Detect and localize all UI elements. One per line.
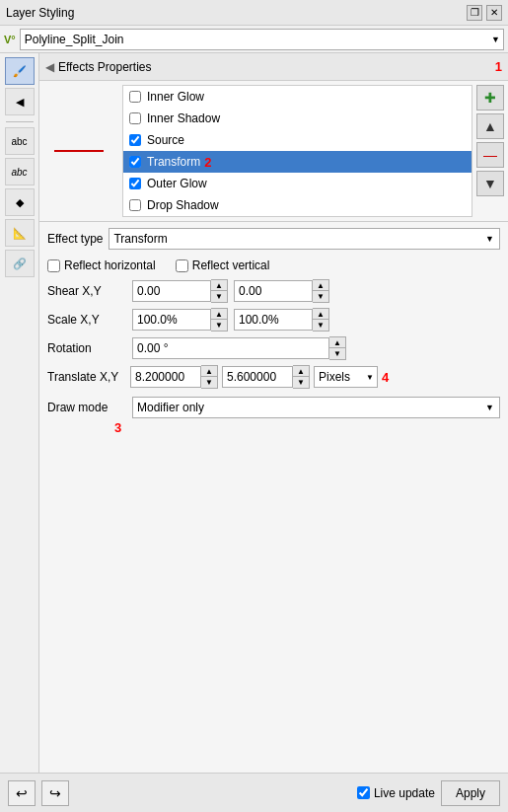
sidebar-btn-abc-lower[interactable]: abc bbox=[5, 158, 35, 185]
live-update-checkbox[interactable] bbox=[357, 786, 370, 799]
scale-y-input[interactable] bbox=[234, 309, 313, 331]
sidebar-btn-ruler[interactable]: 📐 bbox=[5, 219, 35, 247]
reflect-h-checkbox[interactable] bbox=[47, 259, 60, 272]
shear-x-spinner: ▲ ▼ bbox=[211, 279, 228, 303]
effect-checkbox-drop-shadow[interactable] bbox=[129, 199, 141, 211]
scale-row: Scale X,Y ▲ ▼ ▲ ▼ bbox=[47, 308, 500, 332]
translate-x-up[interactable]: ▲ bbox=[201, 366, 217, 377]
scale-y-down[interactable]: ▼ bbox=[313, 320, 328, 331]
shear-x-input[interactable] bbox=[132, 280, 211, 302]
left-sidebar: 🖌️ ◀ abc abc ◆ 📐 🔗 bbox=[0, 53, 39, 773]
effect-checkbox-inner-shadow[interactable] bbox=[129, 112, 141, 124]
annotation-4: 4 bbox=[382, 370, 389, 385]
live-update-label: Live update bbox=[374, 786, 435, 800]
translate-y-up[interactable]: ▲ bbox=[293, 366, 309, 377]
rotation-input[interactable] bbox=[132, 337, 329, 359]
undo-button[interactable]: ↩ bbox=[8, 780, 36, 806]
effect-item-outer-glow[interactable]: Outer Glow bbox=[123, 173, 472, 194]
effect-type-select[interactable]: Transform Inner Glow Inner Shadow Source… bbox=[109, 228, 500, 250]
shear-x-up[interactable]: ▲ bbox=[211, 280, 227, 291]
preview-line bbox=[54, 150, 104, 152]
scale-x-spinner: ▲ ▼ bbox=[211, 308, 228, 332]
layer-icon: V° bbox=[4, 34, 16, 45]
sidebar-btn-paintbrush[interactable]: 🖌️ bbox=[5, 57, 35, 85]
effect-type-row: Effect type Transform Inner Glow Inner S… bbox=[47, 228, 500, 250]
scale-y-group: ▲ ▼ bbox=[234, 308, 329, 332]
properties-section: Effect type Transform Inner Glow Inner S… bbox=[39, 222, 508, 425]
effect-item-inner-glow[interactable]: Inner Glow bbox=[123, 86, 472, 108]
draw-mode-row: Draw mode Modifier only Render and Modif… bbox=[47, 396, 500, 419]
effect-checkbox-outer-glow[interactable] bbox=[129, 178, 141, 189]
effect-type-label: Effect type bbox=[47, 232, 103, 246]
scale-y-up[interactable]: ▲ bbox=[313, 309, 328, 320]
sidebar-btn-abc-upper[interactable]: abc bbox=[5, 127, 35, 155]
shear-y-group: ▲ ▼ bbox=[234, 279, 329, 303]
layer-dropdown-row: V° Polyline_Split_Join bbox=[0, 26, 508, 53]
preview-area bbox=[39, 81, 118, 221]
sidebar-btn-symbol[interactable]: ◆ bbox=[5, 188, 35, 216]
back-icon[interactable]: ◀ bbox=[45, 60, 54, 74]
sidebar-btn-link[interactable]: 🔗 bbox=[5, 250, 35, 277]
rotation-label: Rotation bbox=[47, 341, 126, 355]
effects-list[interactable]: Inner Glow Inner Shadow Source Transform… bbox=[122, 85, 472, 217]
effects-header: ◀ Effects Properties 1 bbox=[39, 53, 508, 81]
restore-button[interactable]: ❐ bbox=[467, 5, 482, 21]
shear-row: Shear X,Y ▲ ▼ ▲ ▼ bbox=[47, 279, 500, 303]
draw-mode-select[interactable]: Modifier only Render and Modify Render o… bbox=[132, 397, 500, 418]
shear-x-down[interactable]: ▼ bbox=[211, 291, 227, 302]
redo-button[interactable]: ↪ bbox=[41, 780, 69, 806]
reflect-v-checkbox[interactable] bbox=[176, 259, 188, 272]
rotation-up[interactable]: ▲ bbox=[329, 337, 345, 348]
main-layout: 🖌️ ◀ abc abc ◆ 📐 🔗 ◀ Effects Properties … bbox=[0, 53, 508, 773]
sidebar-btn-back[interactable]: ◀ bbox=[5, 88, 35, 115]
rotation-spinner: ▲ ▼ bbox=[329, 336, 346, 360]
close-button[interactable]: ✕ bbox=[486, 5, 502, 21]
scale-label: Scale X,Y bbox=[47, 313, 126, 327]
content-area: ◀ Effects Properties 1 Inner Glow Inner … bbox=[39, 53, 508, 773]
scale-y-spinner: ▲ ▼ bbox=[313, 308, 329, 332]
shear-y-up[interactable]: ▲ bbox=[313, 280, 328, 291]
annotation-1: 1 bbox=[495, 59, 502, 74]
scale-x-up[interactable]: ▲ bbox=[211, 309, 227, 320]
effect-label-transform: Transform bbox=[147, 155, 200, 169]
effects-panel: Inner Glow Inner Shadow Source Transform… bbox=[39, 81, 508, 222]
move-down-effect-button[interactable]: ▼ bbox=[476, 171, 504, 196]
draw-mode-label: Draw mode bbox=[47, 401, 126, 414]
rotation-row: Rotation ▲ ▼ bbox=[47, 336, 500, 360]
sidebar-separator-1 bbox=[6, 121, 34, 122]
scale-x-input[interactable] bbox=[132, 309, 211, 331]
shear-y-down[interactable]: ▼ bbox=[313, 291, 328, 302]
unit-select[interactable]: Pixels mm pt Map Units bbox=[314, 366, 378, 388]
rotation-down[interactable]: ▼ bbox=[329, 348, 345, 359]
remove-effect-button[interactable]: — bbox=[476, 142, 504, 168]
live-update-group: Live update bbox=[357, 786, 435, 800]
translate-y-input[interactable] bbox=[222, 366, 293, 388]
translate-y-down[interactable]: ▼ bbox=[293, 377, 309, 388]
shear-y-input[interactable] bbox=[234, 280, 313, 302]
translate-label: Translate X,Y bbox=[47, 370, 126, 384]
effect-label-drop-shadow: Drop Shadow bbox=[147, 198, 219, 212]
effect-checkbox-transform[interactable] bbox=[129, 156, 141, 168]
translate-x-spinner: ▲ ▼ bbox=[201, 365, 218, 389]
unit-select-wrapper: Pixels mm pt Map Units bbox=[314, 366, 378, 388]
effect-checkbox-inner-glow[interactable] bbox=[129, 91, 141, 103]
effect-item-drop-shadow[interactable]: Drop Shadow bbox=[123, 194, 472, 216]
effect-item-source[interactable]: Source bbox=[123, 129, 472, 151]
translate-row: Translate X,Y ▲ ▼ ▲ ▼ bbox=[47, 365, 500, 389]
title-bar-title: Layer Styling bbox=[6, 6, 74, 20]
scale-x-down[interactable]: ▼ bbox=[211, 320, 227, 331]
layer-dropdown-wrapper: Polyline_Split_Join bbox=[20, 29, 504, 50]
add-effect-button[interactable]: ✚ bbox=[476, 85, 504, 111]
effect-checkbox-source[interactable] bbox=[129, 134, 141, 146]
translate-x-down[interactable]: ▼ bbox=[201, 377, 217, 388]
effect-item-inner-shadow[interactable]: Inner Shadow bbox=[123, 108, 472, 129]
move-up-effect-button[interactable]: ▲ bbox=[476, 113, 504, 139]
apply-button[interactable]: Apply bbox=[441, 780, 500, 806]
title-bar-controls: ❐ ✕ bbox=[467, 5, 502, 21]
translate-y-spinner: ▲ ▼ bbox=[293, 365, 310, 389]
translate-x-input[interactable] bbox=[130, 366, 201, 388]
effect-item-transform[interactable]: Transform 2 bbox=[123, 151, 472, 173]
layer-dropdown[interactable]: Polyline_Split_Join bbox=[20, 29, 504, 50]
reflect-h-label: Reflect horizontal bbox=[64, 258, 156, 272]
shear-x-group: ▲ ▼ bbox=[132, 279, 228, 303]
